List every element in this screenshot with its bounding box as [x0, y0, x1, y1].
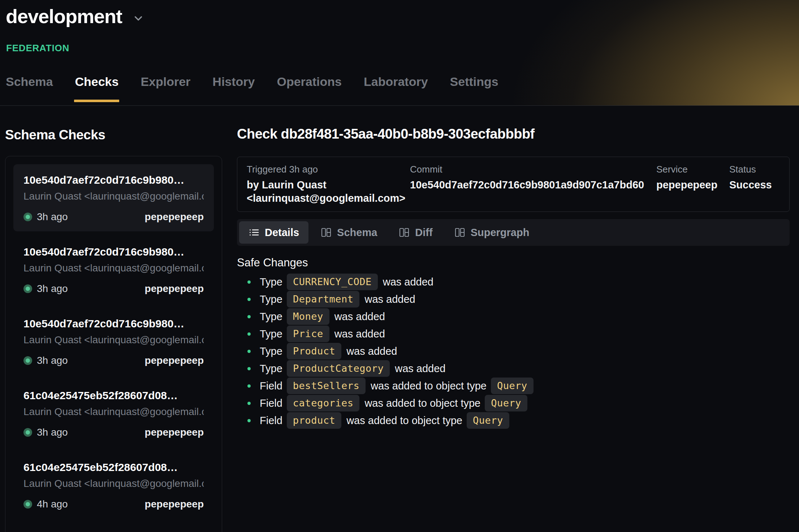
check-list-item[interactable]: 10e540d7aef72c0d716c9b980… Laurin Quast …: [13, 236, 214, 303]
check-list-item[interactable]: 10e540d7aef72c0d716c9b980… Laurin Quast …: [13, 308, 214, 375]
status-column: Status Success: [729, 163, 780, 205]
success-dot-icon: [23, 500, 32, 509]
change-code: ProductCategory: [287, 360, 390, 377]
detail-tab-schema[interactable]: Schema: [311, 221, 386, 244]
check-list-item[interactable]: 61c04e25475eb52f28607d08… Laurin Quast <…: [13, 452, 214, 519]
check-detail-panel: Check db28f481-35aa-40b0-b8b9-303ecfabbb…: [237, 126, 790, 429]
change-suffix: was added: [395, 363, 445, 375]
check-author: Laurin Quast <laurinquast@googlemail.co…: [23, 406, 204, 418]
change-code: Money: [287, 308, 329, 325]
success-dot-icon: [23, 213, 32, 221]
project-title: development: [6, 5, 122, 28]
bullet-dot-icon: [247, 384, 251, 388]
change-item: Type Price was added: [247, 325, 790, 343]
change-suffix: was added to object type: [371, 380, 487, 392]
change-suffix: was added: [334, 311, 385, 323]
change-kind: Field: [260, 415, 282, 427]
tab-schema[interactable]: Schema: [5, 75, 53, 105]
bullet-dot-icon: [247, 402, 251, 405]
check-id: 61c04e25475eb52f28607d08…: [23, 389, 204, 402]
success-dot-icon: [23, 428, 32, 437]
detail-tab-label: Supergraph: [471, 227, 530, 239]
commit-label: Commit: [410, 163, 656, 175]
check-service: pepepepeep: [145, 355, 204, 366]
detail-tab-details[interactable]: Details: [239, 221, 308, 244]
change-kind: Type: [260, 363, 282, 375]
check-list-item[interactable]: 61c04e25475eb52f28607d08… Laurin Quast <…: [13, 380, 214, 447]
columns-icon: [399, 227, 410, 238]
tab-laboratory[interactable]: Laboratory: [363, 75, 429, 105]
change-item: Type Department was added: [247, 291, 790, 308]
change-kind: Type: [260, 345, 282, 357]
change-kind: Field: [260, 380, 282, 392]
detail-tab-supergraph[interactable]: Supergraph: [445, 221, 539, 244]
change-item: Type CURRENCY_CODE was added: [247, 273, 790, 291]
service-label: Service: [656, 163, 729, 175]
safe-changes-title: Safe Changes: [237, 256, 790, 270]
change-kind: Type: [260, 293, 282, 305]
federation-badge: FEDERATION: [6, 43, 799, 54]
detail-tab-label: Diff: [415, 227, 432, 239]
check-service: pepepepeep: [145, 283, 204, 295]
status-label: Status: [729, 163, 780, 175]
bullet-dot-icon: [247, 315, 251, 318]
change-target-code: Query: [491, 378, 534, 394]
change-kind: Type: [260, 311, 282, 323]
change-item: Type Money was added: [247, 308, 790, 325]
schema-checks-title: Schema Checks: [5, 127, 222, 143]
change-item: Type Product was added: [247, 343, 790, 360]
check-id: 10e540d7aef72c0d716c9b980…: [23, 245, 204, 258]
change-code: Product: [287, 343, 341, 359]
check-author: Laurin Quast <laurinquast@googlemail.co…: [23, 190, 204, 202]
change-code: categories: [287, 395, 360, 411]
schema-checks-panel: Schema Checks 10e540d7aef72c0d716c9b980……: [5, 127, 222, 532]
tab-checks[interactable]: Checks: [74, 75, 119, 105]
chevron-down-icon[interactable]: [132, 12, 144, 26]
detail-tab-label: Details: [265, 227, 299, 239]
service-name: pepepepeep: [656, 178, 729, 192]
change-code: Department: [287, 291, 360, 308]
check-detail-title: Check db28f481-35aa-40b0-b8b9-303ecfabbb…: [237, 126, 790, 142]
check-list-item[interactable]: 10e540d7aef72c0d716c9b980… Laurin Quast …: [13, 164, 214, 231]
bullet-dot-icon: [247, 332, 251, 336]
bullet-dot-icon: [247, 350, 251, 353]
triggered-by-line2: <laurinquast@googlemail.com>: [247, 192, 410, 205]
triggered-by-line1: by Laurin Quast: [247, 178, 410, 192]
list-icon: [249, 227, 259, 238]
columns-icon: [454, 227, 465, 238]
project-title-row: development: [0, 0, 799, 28]
change-item: Field bestSellers was added to object ty…: [247, 377, 790, 394]
change-suffix: was added to object type: [346, 415, 462, 427]
safe-changes-list: Type CURRENCY_CODE was added Type Depart…: [237, 273, 790, 429]
tab-explorer[interactable]: Explorer: [140, 75, 191, 105]
change-item: Field categories was added to object typ…: [247, 394, 790, 412]
commit-column: Commit 10e540d7aef72c0d716c9b9801a9d907c…: [410, 163, 656, 205]
detail-tab-strip: Details Schema Diff: [237, 219, 790, 246]
commit-hash: 10e540d7aef72c0d716c9b9801a9d907c1a7bd60: [410, 178, 656, 192]
main-nav-tabs: Schema Checks Explorer History Operation…: [5, 75, 499, 105]
success-dot-icon: [23, 356, 32, 365]
page-header: development FEDERATION Schema Checks Exp…: [0, 0, 799, 106]
check-service: pepepepeep: [145, 211, 204, 223]
change-target-code: Query: [467, 412, 509, 429]
bullet-dot-icon: [247, 419, 251, 422]
change-target-code: Query: [485, 395, 527, 411]
change-suffix: was added: [334, 328, 385, 340]
service-column: Service pepepepeep: [656, 163, 729, 205]
tab-settings[interactable]: Settings: [449, 75, 499, 105]
detail-tab-diff[interactable]: Diff: [389, 221, 442, 244]
change-kind: Type: [260, 328, 282, 340]
change-code: product: [287, 412, 341, 429]
check-service: pepepepeep: [145, 427, 204, 438]
change-suffix: was added: [346, 345, 397, 357]
check-service: pepepepeep: [145, 498, 204, 510]
check-time: 4h ago: [37, 498, 68, 510]
check-meta-row: 3h ago pepepepeep: [23, 211, 204, 223]
tab-operations[interactable]: Operations: [276, 75, 342, 105]
change-kind: Type: [260, 276, 282, 288]
tab-history[interactable]: History: [212, 75, 255, 105]
check-author: Laurin Quast <laurinquast@googlemail.co…: [23, 334, 204, 346]
check-time: 3h ago: [37, 427, 68, 438]
bullet-dot-icon: [247, 367, 251, 370]
bullet-dot-icon: [247, 298, 251, 301]
